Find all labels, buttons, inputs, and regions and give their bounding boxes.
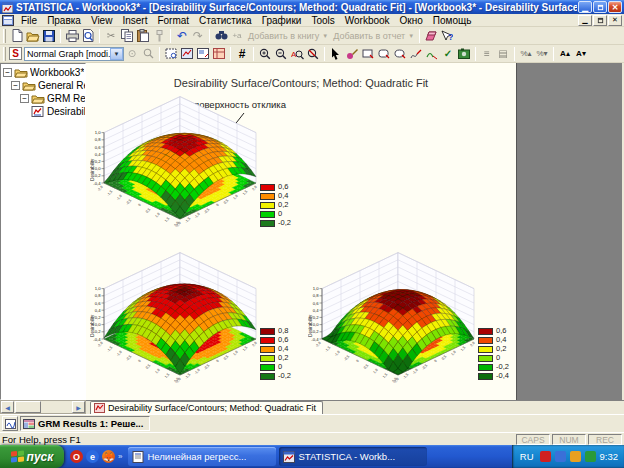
legend-entry: 0,4 [260, 192, 291, 200]
graph-options-icon[interactable] [195, 46, 211, 61]
tree-item-workbook3[interactable]: − Workbook3* [3, 66, 85, 79]
color-legend-bottom-left: 0,80,60,40,20-0,2 [260, 327, 291, 380]
menu-format[interactable]: Format [152, 14, 194, 27]
update-tray-icon[interactable] [570, 451, 581, 462]
collapse-icon[interactable]: − [20, 94, 29, 103]
proportion-down-icon[interactable]: %▾ [534, 46, 550, 61]
menu-file[interactable]: File [16, 14, 42, 27]
add-to-report-button[interactable]: Добавить в отчет [330, 31, 408, 41]
start-button[interactable]: пуск [0, 445, 64, 468]
print-icon[interactable] [64, 28, 80, 43]
grid-icon[interactable]: # [234, 46, 250, 61]
format-painter-icon[interactable] [151, 28, 167, 43]
antivirus-tray-icon[interactable] [540, 451, 551, 462]
zoom-last-icon[interactable] [140, 46, 156, 61]
menu-help[interactable]: Помощь [428, 14, 477, 27]
add-to-workbook-button[interactable]: Добавить в книгу [245, 31, 322, 41]
proportion-up-icon[interactable]: %▴ [518, 46, 534, 61]
svg-text:0,6: 0,6 [95, 145, 101, 150]
brush-icon[interactable] [344, 46, 360, 61]
screen-catcher-icon[interactable] [456, 46, 472, 61]
surface-plot-bottom-left: 1,00,80,60,40,20,0-0,2-0,4Desirability-2… [90, 251, 268, 391]
tree-item-general-regress[interactable]: − General Regress [3, 79, 85, 92]
menu-window[interactable]: Окно [395, 14, 428, 27]
menu-tools[interactable]: Tools [306, 14, 339, 27]
save-icon[interactable] [41, 28, 57, 43]
svg-text:0: 0 [137, 359, 141, 363]
dropdown-arrow-icon[interactable]: ▼ [408, 33, 414, 39]
find-next-icon[interactable]: +a [229, 28, 245, 43]
align-icon[interactable]: ≡ [479, 46, 495, 61]
combo-dropdown-icon[interactable]: ▼ [110, 48, 123, 60]
zoom-in-icon[interactable] [257, 46, 273, 61]
firefox-icon[interactable]: 🦊 [102, 450, 115, 463]
rounded-rect-tool-icon[interactable] [376, 46, 392, 61]
pointer-icon[interactable] [328, 46, 344, 61]
menu-edit[interactable]: Правка [42, 14, 86, 27]
open-icon[interactable] [25, 28, 41, 43]
zoom-custom-icon[interactable]: A [289, 46, 305, 61]
tree-item-grm-results[interactable]: − GRM Results [3, 92, 85, 105]
menu-statistics[interactable]: Статистика [194, 14, 257, 27]
toolbar-separator [230, 47, 231, 61]
close-button[interactable]: ✕ [608, 1, 622, 13]
dropdown-arrow-icon[interactable]: ▼ [322, 33, 328, 39]
tree-item-desirability[interactable]: Desirabil [3, 105, 85, 118]
mdi-close-button[interactable]: ✕ [608, 15, 622, 26]
help-icon[interactable]: ? [439, 28, 455, 43]
legend-entry: 0 [478, 354, 509, 362]
new-icon[interactable] [9, 28, 25, 43]
ellipse-tool-icon[interactable] [392, 46, 408, 61]
collapse-icon[interactable]: − [11, 81, 20, 90]
language-indicator[interactable]: RU [520, 451, 536, 462]
spline-tool-icon[interactable] [424, 46, 440, 61]
mdi-restore-button[interactable] [593, 15, 607, 26]
svg-text:0,2: 0,2 [95, 315, 101, 320]
redo-icon[interactable]: ↷ [190, 28, 206, 43]
find-icon[interactable] [213, 28, 229, 43]
menu-view[interactable]: View [86, 14, 118, 27]
collapse-icon[interactable]: − [3, 68, 12, 77]
caps-indicator: CAPS [516, 434, 550, 445]
zoom-off-icon[interactable] [305, 46, 321, 61]
freehand-tool-icon[interactable] [408, 46, 424, 61]
taskbar-task-statistica[interactable]: STATISTICA - Workb... [279, 447, 427, 466]
minimize-button[interactable]: ▁ [578, 1, 592, 13]
quick-launch-overflow-icon[interactable]: » [118, 452, 122, 461]
zoom-reset-icon[interactable]: ⊙ [124, 46, 140, 61]
menu-insert[interactable]: Insert [117, 14, 152, 27]
graph-window-icon[interactable] [179, 46, 195, 61]
menu-graphs[interactable]: Графики [257, 14, 307, 27]
scroll-right-icon[interactable]: ▶ [72, 401, 85, 413]
graph-data-icon[interactable] [211, 46, 227, 61]
opera-icon[interactable]: O [70, 450, 83, 463]
font-increase-icon[interactable]: A▴ [557, 46, 573, 61]
cut-icon[interactable]: ✂ [103, 28, 119, 43]
analysis-toggle-button[interactable] [2, 416, 18, 431]
mdi-minimize-button[interactable]: ▁ [578, 15, 592, 26]
font-decrease-icon[interactable]: A▾ [573, 46, 589, 61]
menu-workbook[interactable]: Workbook [340, 14, 395, 27]
print-preview-icon[interactable] [80, 28, 96, 43]
scroll-left-icon[interactable]: ◀ [1, 401, 14, 413]
paste-icon[interactable] [135, 28, 151, 43]
network-tray-icon[interactable] [555, 451, 566, 462]
rect-tool-icon[interactable] [360, 46, 376, 61]
internet-explorer-icon[interactable]: e [86, 450, 99, 463]
graph-style-combo[interactable]: Normal Graph [modi... ▼ [24, 47, 124, 61]
tab-desirability-surface[interactable]: Desirability Surface/Contours; Method: Q… [90, 401, 323, 414]
select-region-icon[interactable] [163, 46, 179, 61]
copy-icon[interactable] [119, 28, 135, 43]
restore-button[interactable] [593, 1, 607, 13]
undo-icon[interactable]: ↶ [174, 28, 190, 43]
taskbar-task-regression[interactable]: Нелинейная регресс... [128, 447, 276, 466]
check-tool-icon[interactable]: ✓ [440, 46, 456, 61]
zoom-out-icon[interactable] [273, 46, 289, 61]
layout-icon[interactable]: ▤ [495, 46, 511, 61]
eraser-icon[interactable] [423, 28, 439, 43]
scrollbar-thumb[interactable] [15, 401, 41, 413]
volume-tray-icon[interactable] [585, 451, 596, 462]
grm-results-button[interactable]: GRM Results 1: Реше... [20, 416, 150, 431]
legend-label: 0,2 [496, 345, 506, 353]
tree-horizontal-scrollbar[interactable]: ◀ ▶ [0, 400, 86, 414]
